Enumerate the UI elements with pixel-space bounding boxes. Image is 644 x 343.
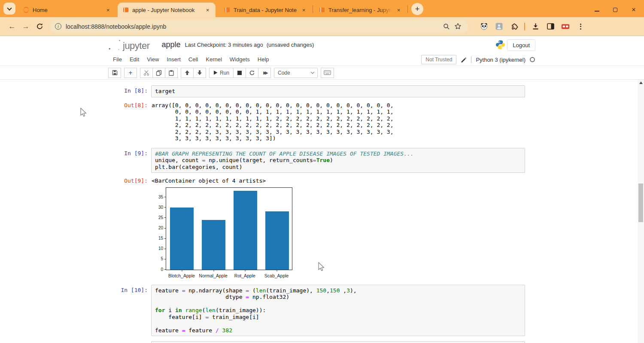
code-input[interactable]: feature = np.ndarray(shape = (len(train_…: [151, 285, 525, 337]
browser-tab-strip: Home × apple - Jupyter Notebook × Train_…: [0, 0, 644, 17]
input-prompt: In [10]:: [108, 285, 151, 337]
browser-toolbar: ← → i localhost:8888/notebooks/apple.ipy…: [0, 17, 644, 36]
jupyter-header: jupyter apple Last Checkpoint: 3 minutes…: [0, 36, 644, 53]
browser-tab-transfer-learning[interactable]: Transfer_learning - Jupyter No ×: [314, 3, 407, 17]
move-cell-up-button[interactable]: [181, 68, 194, 78]
scrollbar[interactable]: [638, 80, 644, 343]
copy-icon: [156, 70, 162, 76]
checkpoint-status: Last Checkpoint: 3 minutes ago: [185, 42, 263, 48]
bar-chart-plot-area: 05101520253035: [166, 187, 292, 270]
menu-cell[interactable]: Cell: [185, 54, 202, 65]
bookmark-star-icon[interactable]: [452, 21, 463, 32]
bar-chart-figure: 05101520253035 Blotch_AppleNormal_AppleR…: [151, 184, 292, 280]
browser-menu-kebab-icon[interactable]: [574, 21, 586, 33]
code-cell-10[interactable]: In [10]: feature = np.ndarray(shape = (l…: [108, 285, 525, 337]
jupyter-logo[interactable]: jupyter: [108, 39, 150, 51]
avatar-extension-icon[interactable]: [493, 21, 505, 33]
menu-insert[interactable]: Insert: [163, 54, 185, 65]
notebook-favicon-icon: [319, 7, 325, 13]
menu-edit[interactable]: Edit: [126, 54, 143, 65]
kernel-idle-icon: [530, 57, 535, 62]
downloads-icon[interactable]: [529, 21, 541, 33]
zoom-magnifier-icon[interactable]: [441, 21, 452, 32]
notebook-favicon-icon: [224, 7, 230, 13]
notebook-title[interactable]: apple: [162, 40, 181, 49]
red-extension-icon[interactable]: [559, 21, 571, 33]
command-palette-button[interactable]: [321, 68, 334, 78]
side-panel-icon[interactable]: [544, 21, 556, 33]
cell-type-select[interactable]: Code: [274, 68, 318, 78]
bar-chart-x-labels: Blotch_AppleNormal_AppleRot_AppleScab_Ap…: [166, 270, 292, 280]
new-tab-button[interactable]: +: [411, 3, 423, 15]
output-cell-8: Out[8]: array([0, 0, 0, 0, 0, 0, 0, 0, 0…: [108, 100, 525, 144]
logout-button[interactable]: Logout: [507, 39, 535, 51]
notebook-favicon-icon: [123, 7, 129, 13]
browser-tab-home[interactable]: Home ×: [18, 3, 116, 17]
forward-button[interactable]: →: [19, 20, 33, 33]
window-controls: ×: [589, 7, 644, 17]
code-input[interactable]: #BAR GRAPH REPRESENTING THE COUNT OF APP…: [151, 148, 525, 173]
code-cell-8[interactable]: In [8]: target: [108, 85, 525, 97]
menu-widgets[interactable]: Widgets: [226, 54, 254, 65]
toolbar-separator: [524, 23, 525, 30]
tab-search-button[interactable]: [3, 3, 15, 15]
output-prompt: Out[9]:: [108, 175, 151, 184]
site-info-icon[interactable]: i: [55, 23, 61, 30]
menu-help[interactable]: Help: [254, 54, 273, 65]
interrupt-kernel-button[interactable]: [233, 68, 246, 78]
menu-file[interactable]: File: [109, 54, 126, 65]
address-bar[interactable]: i localhost:8888/notebooks/apple.ipynb: [50, 20, 468, 33]
jupyter-menubar: File Edit View Insert Cell Kernel Widget…: [0, 53, 644, 66]
panda-extension-icon[interactable]: [478, 21, 490, 33]
chevron-down-icon: [7, 6, 12, 10]
tab-title: Train_data - Jupyter Notebook: [234, 7, 297, 13]
edit-pencil-icon: [461, 57, 467, 63]
restore-button[interactable]: [612, 7, 618, 13]
input-prompt: In [9]:: [108, 148, 151, 173]
tab-separator: [313, 5, 313, 13]
tab-title: Transfer_learning - Jupyter No: [328, 7, 392, 13]
add-cell-button[interactable]: +: [124, 68, 137, 78]
code-input[interactable]: target: [151, 85, 525, 97]
scrollbar-up-arrow-icon[interactable]: [639, 81, 643, 84]
copy-cell-button[interactable]: [152, 68, 165, 78]
reload-button[interactable]: [33, 20, 46, 33]
unsaved-changes-label: (unsaved changes): [267, 42, 314, 48]
restore-icon: [613, 8, 617, 12]
cut-cell-button[interactable]: [140, 68, 153, 78]
input-prompt: In [11]:: [108, 341, 151, 343]
run-label: Run: [220, 70, 229, 76]
move-cell-down-button[interactable]: [193, 68, 206, 78]
extension-icons: [478, 21, 586, 33]
save-button[interactable]: [108, 68, 121, 78]
run-cell-button[interactable]: Run: [209, 68, 234, 78]
extensions-puzzle-icon[interactable]: [508, 21, 520, 33]
menu-kernel[interactable]: Kernel: [202, 54, 226, 65]
restart-run-all-button[interactable]: ▶▶: [258, 68, 271, 78]
notebook-scroll-area[interactable]: In [8]: target Out[8]: array([0, 0, 0, 0…: [0, 80, 644, 343]
minimize-button[interactable]: [594, 7, 600, 13]
jupyter-brand-text: jupyter: [123, 41, 150, 51]
browser-tab-train-data[interactable]: Train_data - Jupyter Notebook ×: [219, 3, 312, 17]
url-text: localhost:8888/notebooks/apple.ipynb: [66, 23, 166, 30]
tab-close-icon[interactable]: ×: [300, 6, 307, 14]
notebook: In [8]: target Out[8]: array([0, 0, 0, 0…: [108, 80, 536, 343]
menubar-separator: [471, 56, 471, 63]
paste-cell-button[interactable]: [165, 68, 178, 78]
menu-view[interactable]: View: [143, 54, 163, 65]
back-button[interactable]: ←: [5, 20, 19, 33]
browser-tab-apple[interactable]: apple - Jupyter Notebook ×: [118, 3, 216, 17]
jupyter-favicon-icon: [23, 7, 29, 13]
tab-close-icon[interactable]: ×: [204, 6, 211, 14]
code-cell-9[interactable]: In [9]: #BAR GRAPH REPRESENTING THE COUN…: [108, 148, 525, 173]
output-text: array([0, 0, 0, 0, 0, 0, 0, 0, 0, 0, 0, …: [151, 100, 394, 144]
code-cell-11[interactable]: In [11]: feature: [108, 341, 525, 343]
restart-kernel-button[interactable]: [246, 68, 258, 78]
tab-close-icon[interactable]: ×: [395, 6, 402, 14]
arrow-down-icon: [197, 70, 202, 75]
tab-close-icon[interactable]: ×: [104, 6, 112, 14]
close-window-button[interactable]: ×: [631, 7, 637, 13]
code-input[interactable]: feature: [151, 341, 525, 343]
trust-status-button[interactable]: Not Trusted: [421, 55, 456, 64]
scrollbar-thumb[interactable]: [638, 184, 643, 222]
